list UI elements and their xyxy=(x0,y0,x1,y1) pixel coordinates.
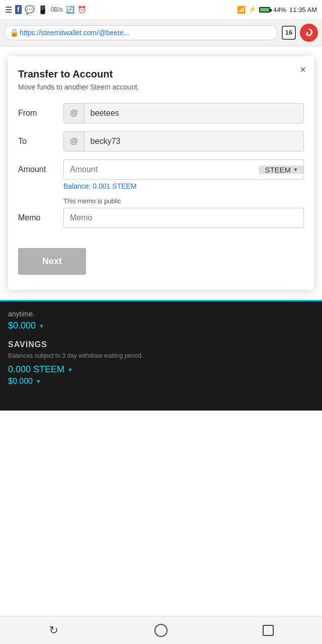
battery-icon xyxy=(259,7,270,13)
dark-background-section: anytime. $0.000 ▼ SAVINGS Balances subje… xyxy=(0,300,322,411)
to-label: To xyxy=(18,137,63,146)
steem-logo-icon xyxy=(304,28,314,38)
steem-logo-button[interactable] xyxy=(300,24,318,42)
back-icon: ↺ xyxy=(49,624,58,637)
savings-section: SAVINGS Balances subject to 3 day withdr… xyxy=(8,340,314,386)
alarm-icon: ⏰ xyxy=(77,6,86,14)
balance-link[interactable]: Balance: 0.001 STEEM xyxy=(63,182,304,190)
modal-title: Transfer to Account xyxy=(18,68,304,80)
savings-dollar-dropdown-icon[interactable]: ▼ xyxy=(36,378,41,384)
savings-steem-dropdown-icon[interactable]: ▼ xyxy=(67,367,73,373)
from-at-symbol: @ xyxy=(64,104,85,123)
savings-title: SAVINGS xyxy=(8,340,314,349)
chevron-down-icon: ▼ xyxy=(293,167,298,173)
tab-count-badge[interactable]: 16 xyxy=(282,26,296,40)
from-row: From @ xyxy=(18,103,304,123)
to-at-symbol: @ xyxy=(64,132,85,151)
amount-row: Amount STEEM ▼ xyxy=(18,159,304,180)
page-content: × Transfer to Account Move funds to anot… xyxy=(0,56,322,411)
messenger-icon: 💬 xyxy=(25,5,35,15)
transfer-modal: × Transfer to Account Move funds to anot… xyxy=(8,56,314,290)
dark-amount-1: $0.000 ▼ xyxy=(8,320,314,331)
battery-percent: 44% xyxy=(273,6,286,14)
status-bar-right: 📶 ⚡ 44% 11:35 AM xyxy=(237,6,317,14)
to-input[interactable] xyxy=(85,132,303,151)
status-bar-left: ☰ f 💬 📱 0B/s 🔄 ⏰ xyxy=(5,5,86,15)
lock-icon: 🔒 xyxy=(10,28,19,37)
whatsapp-icon: 📱 xyxy=(38,5,48,15)
status-bar: ☰ f 💬 📱 0B/s 🔄 ⏰ 📶 ⚡ 44% 11:35 AM xyxy=(0,0,322,19)
savings-subtitle: Balances subject to 3 day withdraw waiti… xyxy=(8,352,314,359)
amount-dropdown-icon[interactable]: ▼ xyxy=(39,323,44,329)
savings-dollar-amount: $0.000 ▼ xyxy=(8,377,314,386)
bottom-navigation: ↺ xyxy=(0,616,322,644)
home-button[interactable] xyxy=(146,620,176,640)
facebook-icon: f xyxy=(15,5,22,14)
currency-label: STEEM xyxy=(265,166,291,174)
currency-select-wrap[interactable]: STEEM ▼ xyxy=(259,166,303,174)
from-input[interactable] xyxy=(85,104,303,123)
time: 11:35 AM xyxy=(289,6,317,14)
memo-input[interactable] xyxy=(63,208,304,228)
lightning-icon: ⚡ xyxy=(249,6,256,13)
signal-icon: 📶 xyxy=(237,6,246,14)
memo-row: Memo xyxy=(18,208,304,228)
recent-apps-icon xyxy=(263,625,274,636)
to-input-wrap: @ xyxy=(63,131,304,151)
amount-input[interactable] xyxy=(64,160,259,179)
menu-icon: ☰ xyxy=(5,5,12,15)
modal-overlay: × Transfer to Account Move funds to anot… xyxy=(0,56,322,290)
savings-steem-amount: 0.000 STEEM ▼ xyxy=(8,364,314,375)
back-button[interactable]: ↺ xyxy=(39,620,69,640)
modal-close-button[interactable]: × xyxy=(300,64,306,74)
sync-icon: 🔄 xyxy=(66,6,74,14)
home-icon xyxy=(154,624,168,637)
next-button[interactable]: Next xyxy=(18,248,86,275)
url-bar[interactable]: 🔒 https://steemitwallet.com/@beete... xyxy=(4,25,278,40)
from-label: From xyxy=(18,109,63,118)
to-row: To @ xyxy=(18,131,304,151)
amount-label: Amount xyxy=(18,165,63,174)
amount-input-wrap: STEEM ▼ xyxy=(63,159,304,180)
browser-bar: 🔒 https://steemitwallet.com/@beete... 16 xyxy=(0,19,322,46)
modal-subtitle: Move funds to another Steem account. xyxy=(18,83,304,91)
from-input-wrap: @ xyxy=(63,103,304,123)
memo-note: This memo is public xyxy=(63,197,304,205)
data-speed: 0B/s xyxy=(51,6,63,13)
recent-apps-button[interactable] xyxy=(253,620,283,640)
anytime-label: anytime. xyxy=(8,309,314,318)
url-text: https://steemitwallet.com/@beete... xyxy=(20,29,129,37)
memo-label: Memo xyxy=(18,213,63,222)
